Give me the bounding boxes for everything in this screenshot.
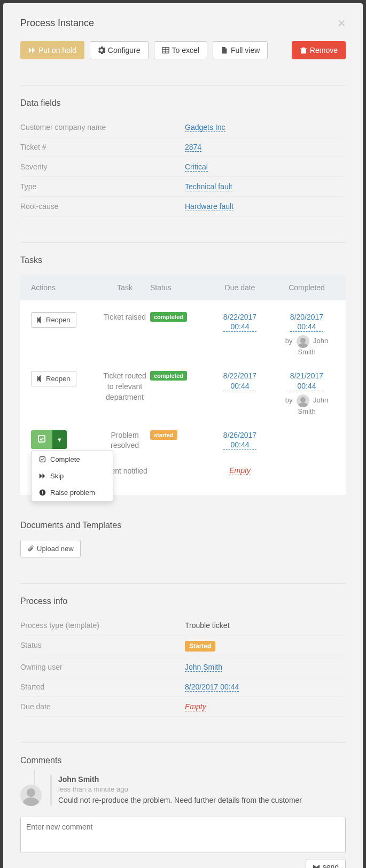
trash-icon bbox=[300, 46, 307, 54]
empty-value[interactable]: Empty bbox=[229, 466, 251, 475]
upload-label: Upload new bbox=[37, 545, 74, 553]
field-value[interactable]: Gadgets Inc bbox=[185, 123, 225, 132]
dropdown-toggle[interactable]: ▾ bbox=[52, 430, 67, 449]
completed-date[interactable]: 8/21/201700:44 bbox=[290, 371, 323, 391]
to-excel-button[interactable]: To excel bbox=[154, 41, 207, 59]
send-label: send bbox=[323, 863, 339, 868]
file-icon bbox=[221, 46, 228, 54]
status-badge: Started bbox=[185, 641, 215, 652]
svg-rect-7 bbox=[42, 491, 43, 493]
task-row: ReopenTicket raisedcompleted8/22/201700:… bbox=[31, 305, 335, 363]
task-name: Problem resolved bbox=[99, 430, 150, 451]
col-completed: Completed bbox=[272, 283, 341, 292]
remove-label: Remove bbox=[310, 46, 338, 55]
info-field-row: Due dateEmpty bbox=[20, 697, 346, 717]
task-name: Ticket routed to relevant department bbox=[99, 371, 150, 402]
field-label: Severity bbox=[20, 162, 185, 171]
put-on-hold-button[interactable]: Put on hold bbox=[20, 41, 84, 59]
info-field-row: Owning userJohn Smith bbox=[20, 657, 346, 677]
field-label: Customer company name bbox=[20, 123, 185, 131]
reopen-button[interactable]: Reopen bbox=[31, 371, 76, 386]
data-field-row: Customer company nameGadgets Inc bbox=[20, 118, 346, 137]
reopen-button[interactable]: Reopen bbox=[31, 312, 76, 328]
field-label: Root-cause bbox=[20, 202, 185, 211]
avatar bbox=[20, 785, 42, 806]
comment-time: less than a minute ago bbox=[58, 785, 346, 793]
excel-label: To excel bbox=[172, 46, 199, 55]
remove-button[interactable]: Remove bbox=[292, 41, 346, 59]
check-icon bbox=[39, 456, 46, 463]
task-action-split[interactable]: ▾CompleteSkipRaise problem bbox=[31, 430, 67, 449]
col-task: Task bbox=[99, 283, 150, 292]
field-label: Ticket # bbox=[20, 143, 185, 151]
upload-new-button[interactable]: Upload new bbox=[20, 540, 81, 557]
field-value[interactable]: John Smith bbox=[185, 663, 222, 672]
svg-rect-8 bbox=[42, 493, 43, 494]
task-row: ReopenTicket routed to relevant departme… bbox=[31, 363, 335, 422]
field-value[interactable]: Technical fault bbox=[185, 182, 232, 191]
avatar bbox=[297, 335, 309, 348]
status-badge: started bbox=[150, 430, 177, 440]
rewind-icon bbox=[37, 316, 44, 323]
field-label: Started bbox=[20, 683, 185, 691]
comment-author: John Smith bbox=[58, 775, 346, 784]
dropdown-raise-problem[interactable]: Raise problem bbox=[32, 484, 113, 501]
task-row: ▾CompleteSkipRaise problemProblem resolv… bbox=[31, 423, 335, 459]
tasks-heading: Tasks bbox=[20, 255, 346, 265]
rewind-icon bbox=[37, 375, 44, 382]
dropdown-skip[interactable]: Skip bbox=[32, 468, 113, 484]
comment-input[interactable] bbox=[20, 817, 346, 853]
field-label: Process type (template) bbox=[20, 621, 185, 630]
close-icon[interactable]: × bbox=[338, 15, 346, 32]
completed-date[interactable]: 8/20/201700:44 bbox=[290, 312, 323, 332]
info-field-row: Started8/20/2017 00:44 bbox=[20, 677, 346, 697]
alert-icon bbox=[39, 489, 46, 496]
documents-heading: Documents and Templates bbox=[20, 521, 346, 530]
field-label: Status bbox=[20, 641, 185, 652]
configure-label: Configure bbox=[108, 46, 141, 55]
info-field-row: StatusStarted bbox=[20, 636, 346, 657]
gear-icon bbox=[98, 46, 105, 54]
configure-button[interactable]: Configure bbox=[90, 41, 149, 59]
field-value: Trouble ticket bbox=[185, 621, 230, 630]
empty-value[interactable]: Empty bbox=[185, 702, 206, 711]
complete-button[interactable] bbox=[31, 430, 52, 449]
field-value[interactable]: 2874 bbox=[185, 143, 201, 152]
full-label: Full view bbox=[231, 46, 260, 55]
due-date[interactable]: 8/22/201700:44 bbox=[223, 371, 256, 391]
col-actions: Actions bbox=[31, 283, 99, 292]
data-field-row: Ticket #2874 bbox=[20, 137, 346, 157]
data-field-row: TypeTechnical fault bbox=[20, 177, 346, 197]
check-icon bbox=[37, 435, 46, 443]
task-dropdown: CompleteSkipRaise problem bbox=[31, 451, 113, 501]
field-value[interactable]: Hardware fault bbox=[185, 202, 233, 211]
field-label: Type bbox=[20, 182, 185, 191]
send-button[interactable]: send bbox=[306, 859, 346, 868]
info-field-row: Process type (template)Trouble ticket bbox=[20, 616, 346, 636]
data-field-row: Root-causeHardware fault bbox=[20, 197, 346, 216]
due-date[interactable]: 8/26/201700:44 bbox=[223, 430, 256, 450]
hold-label: Put on hold bbox=[38, 46, 76, 55]
col-due: Due date bbox=[208, 283, 272, 292]
paperclip-icon bbox=[27, 545, 34, 552]
field-label: Due date bbox=[20, 702, 185, 711]
envelope-icon bbox=[313, 863, 320, 868]
task-header-row: Actions Task Status Due date Completed bbox=[20, 275, 346, 300]
full-view-button[interactable]: Full view bbox=[213, 41, 268, 59]
page-title: Process Instance bbox=[20, 18, 94, 29]
status-badge: completed bbox=[150, 371, 187, 381]
table-icon bbox=[162, 46, 169, 54]
field-value[interactable]: 8/20/2017 00:44 bbox=[185, 683, 239, 692]
due-date[interactable]: 8/22/201700:44 bbox=[223, 312, 256, 332]
skip-icon bbox=[39, 472, 46, 479]
data-field-row: SeverityCritical bbox=[20, 157, 346, 177]
field-value[interactable]: Critical bbox=[185, 162, 208, 172]
status-badge: completed bbox=[150, 312, 187, 322]
field-label: Owning user bbox=[20, 663, 185, 671]
col-status: Status bbox=[150, 283, 208, 292]
dropdown-complete[interactable]: Complete bbox=[32, 451, 113, 468]
task-name: Ticket raised bbox=[99, 312, 150, 323]
comment-item: John Smith less than a minute ago Could … bbox=[20, 775, 346, 806]
fast-forward-icon bbox=[28, 46, 36, 54]
completed-by: by JohnSmith bbox=[272, 335, 341, 356]
